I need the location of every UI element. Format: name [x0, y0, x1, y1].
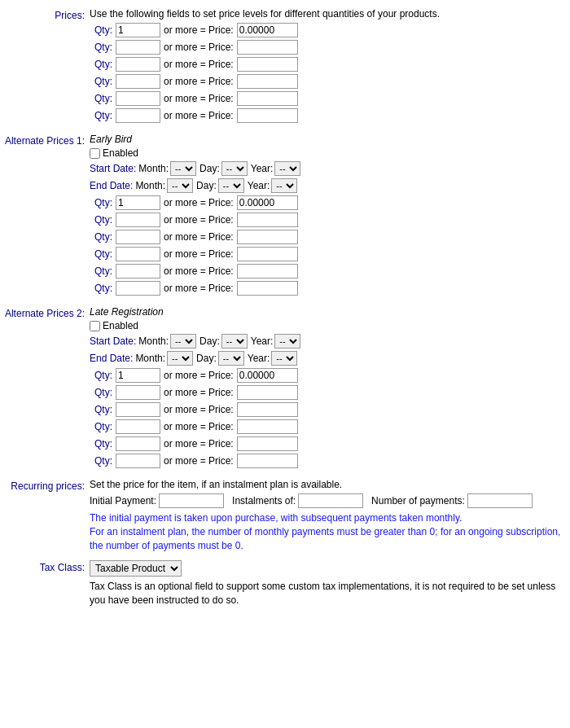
or-more-4: or more = Price:: [164, 93, 234, 104]
tax-class-select[interactable]: Taxable Product None: [90, 560, 182, 577]
alt2-or-more-4: or more = Price:: [164, 438, 234, 450]
alt2-qty-input-5[interactable]: [116, 454, 160, 468]
alt2-price-input-1[interactable]: [237, 385, 298, 400]
alt2-qty-input-0[interactable]: [116, 368, 160, 383]
alt-prices-1-day-select[interactable]: --: [221, 161, 248, 176]
prices-qty-input-0[interactable]: [116, 23, 160, 37]
prices-section: Prices: Use the following fields to set …: [0, 8, 570, 125]
alt2-price-input-2[interactable]: [237, 402, 298, 417]
alt-prices-1-start-label: Start Date:: [90, 163, 136, 174]
alt1-prices-row-5: Qty: or more = Price:: [90, 281, 570, 296]
prices-content: Use the following fields to set price le…: [90, 8, 570, 125]
alt2-qty-label-5: Qty:: [90, 455, 112, 467]
alt-prices-2-end-year-label: Year:: [248, 353, 270, 364]
alt-prices-2-end-day-select[interactable]: --: [218, 351, 244, 366]
alt-prices-2-section: Alternate Prices 2: Late Registration En…: [0, 306, 570, 471]
prices-qty-input-5[interactable]: [116, 108, 160, 123]
prices-price-input-5[interactable]: [237, 108, 298, 123]
alt1-prices-row-2: Qty: or more = Price:: [90, 230, 570, 244]
qty-label-3: Qty:: [90, 76, 112, 87]
qty-label-1: Qty:: [90, 42, 112, 53]
alt2-qty-label-3: Qty:: [90, 421, 112, 432]
alt-prices-1-end-day-select[interactable]: --: [218, 178, 244, 193]
alt1-price-input-0[interactable]: [237, 195, 298, 210]
instalments-label: Instalments of:: [232, 495, 296, 507]
alt1-or-more-5: or more = Price:: [164, 283, 234, 294]
prices-qty-input-2[interactable]: [116, 57, 160, 72]
alt-prices-1-year-select[interactable]: --: [274, 161, 300, 176]
recurring-desc: Set the price for the item, if an instal…: [90, 479, 570, 490]
prices-qty-input-4[interactable]: [116, 91, 160, 106]
alt-prices-1-month-select[interactable]: --: [170, 161, 196, 176]
alt-prices-1-end-label: End Date:: [90, 180, 133, 191]
alt2-price-input-0[interactable]: [237, 368, 298, 383]
alt-prices-2-enabled-label: Enabled: [103, 320, 138, 331]
alt1-or-more-3: or more = Price:: [164, 248, 234, 260]
alt-prices-2-day-select[interactable]: --: [221, 334, 248, 349]
alt2-qty-input-3[interactable]: [116, 419, 160, 434]
alt1-price-input-1[interactable]: [237, 213, 298, 227]
alt1-qty-input-1[interactable]: [116, 213, 160, 227]
alt1-prices-row-0: Qty: or more = Price:: [90, 195, 570, 210]
alt2-or-more-1: or more = Price:: [164, 387, 234, 398]
alt2-or-more-2: or more = Price:: [164, 404, 234, 415]
or-more-5: or more = Price:: [164, 110, 234, 121]
alt-prices-1-end-day-label: Day:: [196, 180, 217, 191]
recurring-section: Recurring prices: Set the price for the …: [0, 479, 570, 555]
alt-prices-2-month-label: Month:: [138, 335, 169, 347]
alt-prices-2-end-year-select[interactable]: --: [271, 351, 297, 366]
alt-prices-1-end-month-select[interactable]: --: [167, 178, 193, 193]
alt-prices-1-content: Early Bird Enabled Start Date: Month: --…: [90, 134, 570, 298]
prices-price-input-0[interactable]: [237, 23, 298, 37]
alt-prices-1-enabled-label: Enabled: [103, 147, 138, 159]
alt-prices-2-content: Late Registration Enabled Start Date: Mo…: [90, 306, 570, 471]
alt1-price-input-3[interactable]: [237, 247, 298, 261]
prices-row-1: Qty: or more = Price:: [90, 40, 570, 55]
alt-prices-2-end-month-select[interactable]: --: [167, 351, 193, 366]
alt-prices-1-section: Alternate Prices 1: Early Bird Enabled S…: [0, 134, 570, 298]
prices-price-input-3[interactable]: [237, 74, 298, 89]
alt2-price-input-5[interactable]: [237, 454, 298, 468]
qty-label-4: Qty:: [90, 93, 112, 104]
tax-row: Taxable Product None: [90, 560, 570, 577]
instalments-input[interactable]: [298, 493, 363, 508]
prices-price-input-2[interactable]: [237, 57, 298, 72]
alt-prices-2-month-select[interactable]: --: [170, 334, 196, 349]
alt-prices-2-start-label: Start Date:: [90, 335, 136, 347]
prices-row-3: Qty: or more = Price:: [90, 74, 570, 89]
alt1-qty-input-5[interactable]: [116, 281, 160, 296]
alt-prices-1-start-date-row: Start Date: Month: -- Day: -- Year: --: [90, 161, 570, 176]
alt1-qty-input-0[interactable]: [116, 195, 160, 210]
num-payments-label: Number of payments:: [371, 495, 465, 507]
alt1-price-input-4[interactable]: [237, 264, 298, 278]
alt1-price-input-5[interactable]: [237, 281, 298, 296]
num-payments-input[interactable]: [467, 493, 533, 508]
alt-prices-2-year-select[interactable]: --: [274, 334, 300, 349]
alt-prices-1-enabled-checkbox[interactable]: [90, 148, 100, 159]
alt-prices-2-enabled-checkbox[interactable]: [90, 321, 100, 331]
alt1-qty-input-2[interactable]: [116, 230, 160, 244]
prices-desc: Use the following fields to set price le…: [90, 8, 570, 20]
alt1-or-more-0: or more = Price:: [164, 197, 234, 208]
qty-label-2: Qty:: [90, 59, 112, 70]
alt2-prices-row-3: Qty: or more = Price:: [90, 419, 570, 434]
alt1-or-more-1: or more = Price:: [164, 214, 234, 226]
alt1-qty-input-4[interactable]: [116, 264, 160, 278]
alt1-qty-input-3[interactable]: [116, 247, 160, 261]
alt2-qty-label-1: Qty:: [90, 387, 112, 398]
alt2-qty-input-1[interactable]: [116, 385, 160, 400]
alt2-price-input-4[interactable]: [237, 436, 298, 451]
prices-price-input-1[interactable]: [237, 40, 298, 55]
alt2-price-input-3[interactable]: [237, 419, 298, 434]
alt1-or-more-4: or more = Price:: [164, 265, 234, 277]
alt1-price-input-2[interactable]: [237, 230, 298, 244]
alt2-qty-input-4[interactable]: [116, 436, 160, 451]
alt2-qty-input-2[interactable]: [116, 402, 160, 417]
initial-payment-input[interactable]: [159, 493, 224, 508]
prices-qty-input-3[interactable]: [116, 74, 160, 89]
tax-desc: Tax Class is an optional field to suppor…: [90, 580, 570, 607]
alt1-qty-label-1: Qty:: [90, 214, 112, 226]
prices-qty-input-1[interactable]: [116, 40, 160, 55]
alt-prices-1-end-year-select[interactable]: --: [271, 178, 297, 193]
prices-price-input-4[interactable]: [237, 91, 298, 106]
